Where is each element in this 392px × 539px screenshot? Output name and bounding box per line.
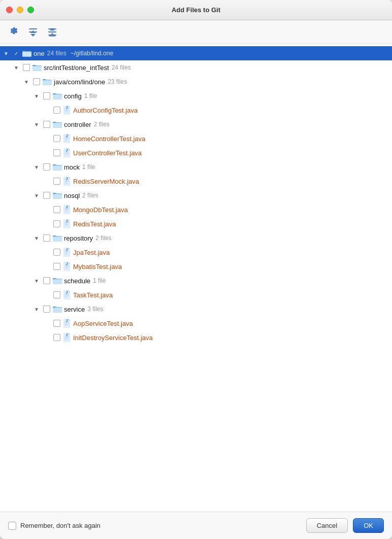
tree-item-repository[interactable]: ▼ repository2 files	[0, 231, 392, 245]
file-tree[interactable]: ▼ one24 files~/gitlab/lind.one▼ src/intT…	[0, 44, 392, 512]
expand-arrow[interactable]: ▼	[32, 120, 41, 128]
svg-rect-28	[53, 95, 62, 99]
item-checkbox[interactable]	[53, 149, 60, 156]
expand-arrow[interactable]: ▼	[32, 163, 41, 171]
folder-icon	[53, 92, 62, 99]
item-checkbox[interactable]	[43, 306, 50, 313]
svg-rect-66	[65, 225, 68, 226]
item-checkbox[interactable]	[53, 206, 60, 213]
tree-item-mock[interactable]: ▼ mock1 file	[0, 160, 392, 174]
expand-arrow[interactable]: ▼	[2, 49, 10, 57]
maximize-button[interactable]	[27, 7, 34, 13]
file-count: 2 files	[82, 192, 98, 199]
folder-icon	[53, 277, 62, 284]
svg-rect-52	[65, 181, 69, 182]
java-file-icon: J	[63, 205, 71, 214]
expand-arrow[interactable]: ▼	[12, 63, 20, 72]
file-name: AuthorConfigTest.java	[73, 107, 138, 114]
expand-all-button[interactable]	[45, 24, 60, 40]
folder-icon	[53, 234, 62, 242]
folder-name: nosql	[64, 192, 80, 199]
ok-button[interactable]: OK	[353, 518, 384, 533]
svg-rect-0	[29, 28, 37, 29]
item-checkbox[interactable]	[53, 263, 60, 270]
folder-name: controller	[64, 121, 91, 128]
item-checkbox[interactable]	[43, 163, 50, 171]
tree-item-usercontroller[interactable]: J UserControllerTest.java	[0, 146, 392, 160]
collapse-all-button[interactable]	[25, 24, 41, 40]
svg-rect-13	[22, 52, 31, 57]
folder-name: service	[64, 306, 85, 313]
cancel-button[interactable]: Cancel	[306, 518, 348, 533]
item-checkbox[interactable]	[53, 334, 60, 341]
svg-rect-61	[65, 210, 69, 210]
tree-item-controller[interactable]: ▼ controller2 files	[0, 117, 392, 131]
file-count: 24 files	[47, 50, 67, 57]
folder-name: java/com/lind/one	[54, 78, 105, 86]
expand-arrow[interactable]: ▼	[32, 92, 41, 100]
item-checkbox[interactable]	[43, 234, 50, 242]
item-checkbox[interactable]	[53, 178, 60, 185]
tree-item-redistest[interactable]: J RedisTest.java	[0, 217, 392, 231]
svg-text:J: J	[66, 148, 68, 152]
tree-item-aopservice[interactable]: J AopServiceTest.java	[0, 316, 392, 330]
item-checkbox[interactable]	[53, 220, 60, 227]
tree-item-mongodbtest[interactable]: J MongoDbTest.java	[0, 203, 392, 217]
tree-item-src[interactable]: ▼ src/intTest/one_intTest24 files	[0, 60, 392, 75]
item-checkbox[interactable]	[23, 64, 30, 71]
tree-item-homecontroller[interactable]: J HomeControllerTest.java	[0, 131, 392, 146]
remember-row: Remember, don't ask again	[8, 522, 101, 530]
tree-item-service[interactable]: ▼ service3 files	[0, 302, 392, 316]
tree-item-nosql[interactable]: ▼ nosql2 files	[0, 188, 392, 203]
item-checkbox[interactable]	[43, 277, 50, 284]
svg-rect-53	[65, 183, 68, 183]
minimize-button[interactable]	[17, 7, 23, 13]
expand-arrow[interactable]: ▼	[32, 277, 41, 285]
svg-rect-87	[65, 295, 69, 295]
expand-arrow[interactable]: ▼	[22, 78, 30, 86]
item-checkbox[interactable]	[53, 107, 60, 114]
item-checkbox[interactable]	[43, 192, 50, 199]
file-name: AopServiceTest.java	[73, 320, 133, 327]
remember-checkbox[interactable]	[8, 522, 16, 530]
tree-item-redisserver[interactable]: J RedisServerMock.java	[0, 174, 392, 188]
tree-item-authorconfig[interactable]: J AuthorConfigTest.java	[0, 103, 392, 117]
tree-item-jpatest[interactable]: J JpaTest.java	[0, 245, 392, 259]
titlebar: Add Files to Git	[0, 0, 392, 20]
svg-rect-44	[65, 154, 68, 155]
tree-item-schedule[interactable]: ▼ schedule1 file	[0, 274, 392, 288]
close-button[interactable]	[6, 7, 13, 13]
file-count: 2 files	[95, 234, 111, 242]
item-checkbox[interactable]	[33, 78, 40, 85]
tree-item-tasktest[interactable]: J TaskTest.java	[0, 288, 392, 302]
settings-button[interactable]	[6, 24, 21, 40]
svg-rect-23	[43, 81, 52, 85]
item-checkbox[interactable]	[13, 50, 20, 57]
item-checkbox[interactable]	[53, 249, 60, 256]
item-checkbox[interactable]	[53, 320, 60, 327]
tree-item-config[interactable]: ▼ config1 file	[0, 89, 392, 103]
item-checkbox[interactable]	[43, 121, 50, 128]
java-file-icon: J	[63, 134, 71, 143]
file-name: UserControllerTest.java	[73, 149, 142, 157]
expand-arrow[interactable]: ▼	[32, 191, 41, 199]
tree-item-java[interactable]: ▼ java/com/lind/one23 files	[0, 75, 392, 89]
item-checkbox[interactable]	[43, 92, 50, 99]
svg-rect-97	[65, 325, 68, 325]
java-file-icon: J	[63, 290, 71, 299]
item-checkbox[interactable]	[53, 135, 60, 142]
svg-rect-59	[53, 194, 62, 199]
svg-rect-40	[65, 140, 68, 141]
folder-path: ~/gitlab/lind.one	[71, 50, 113, 57]
file-name: RedisTest.java	[73, 220, 116, 228]
svg-text:J: J	[66, 177, 68, 180]
expand-arrow[interactable]: ▼	[32, 305, 41, 313]
file-count: 2 files	[93, 121, 109, 128]
tree-item-root[interactable]: ▼ one24 files~/gitlab/lind.one	[0, 46, 392, 60]
svg-rect-100	[65, 338, 69, 338]
item-checkbox[interactable]	[53, 291, 60, 298]
tree-item-initdestroy[interactable]: J InitDestroyServiceTest.java	[0, 330, 392, 345]
expand-arrow[interactable]: ▼	[32, 234, 41, 242]
svg-text:J: J	[66, 262, 68, 265]
tree-item-mybatistest[interactable]: J MybatisTest.java	[0, 259, 392, 274]
